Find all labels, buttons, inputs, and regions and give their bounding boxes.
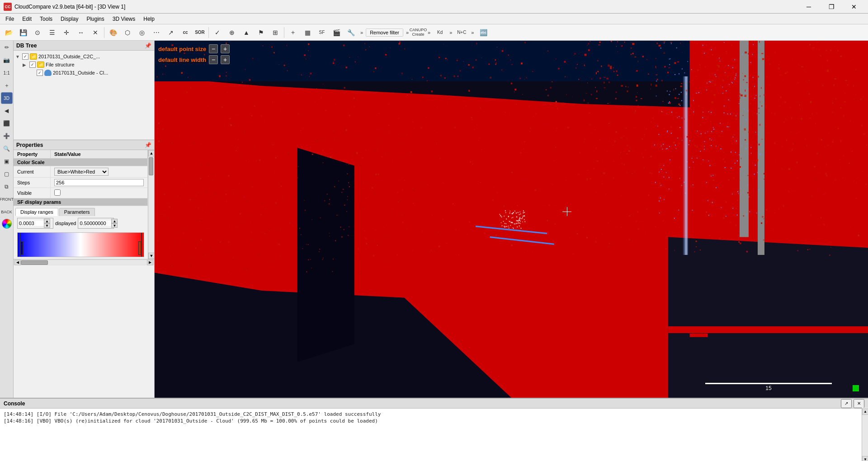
- visible-checkbox[interactable]: [54, 189, 61, 196]
- vscroll-up[interactable]: ▲: [148, 150, 154, 156]
- tb-list[interactable]: ☰: [45, 26, 59, 39]
- tree-item-2[interactable]: 20170131_Outside - Cl...: [14, 69, 154, 77]
- tb-cross[interactable]: ✕: [89, 26, 102, 39]
- tb-save[interactable]: 💾: [16, 26, 30, 39]
- vscroll-down[interactable]: ▼: [148, 253, 154, 259]
- tb-nc[interactable]: N+C: [455, 26, 468, 39]
- tb-arrow[interactable]: ↗: [164, 26, 178, 39]
- si-plus2[interactable]: ➕: [1, 130, 13, 142]
- close-button[interactable]: ✕: [844, 0, 864, 14]
- console-scroll-track[interactable]: [862, 415, 868, 456]
- 3d-viewport[interactable]: default point size − + default line widt…: [155, 41, 868, 398]
- tb-last[interactable]: 🔤: [476, 26, 490, 39]
- tb-dots[interactable]: ⋯: [150, 26, 163, 39]
- si-back[interactable]: ◀: [1, 105, 13, 117]
- gradient-marker-blue[interactable]: [20, 241, 23, 255]
- tb-tri[interactable]: ▲: [240, 26, 253, 39]
- tb-move[interactable]: ✛: [60, 26, 73, 39]
- tb-canupo[interactable]: CANUPOCreate: [411, 26, 425, 39]
- menu-file[interactable]: File: [2, 15, 18, 23]
- menu-3dviews[interactable]: 3D Views: [109, 15, 139, 23]
- remove-filter-button[interactable]: Remove filter: [366, 28, 403, 37]
- line-width-increase[interactable]: +: [221, 55, 230, 64]
- sf-max-up[interactable]: ▲: [111, 219, 118, 223]
- tb-plus[interactable]: ＋: [286, 26, 300, 39]
- sf-tab-display-ranges[interactable]: Display ranges: [15, 208, 58, 216]
- tb-open[interactable]: 📂: [2, 26, 15, 39]
- line-width-decrease[interactable]: −: [209, 55, 218, 64]
- tree-item-1[interactable]: ▶ 📁 File structure: [14, 61, 154, 69]
- tb-flag[interactable]: ⚑: [254, 26, 268, 39]
- si-11[interactable]: 1:1: [1, 67, 13, 79]
- hscroll-left[interactable]: ◀: [14, 260, 21, 265]
- tb-map[interactable]: ⊞: [269, 26, 282, 39]
- si-plus[interactable]: ＋: [1, 80, 13, 91]
- tb-circle[interactable]: ◎: [135, 26, 149, 39]
- tb-axis[interactable]: ⊕: [225, 26, 239, 39]
- si-box[interactable]: ▣: [1, 155, 13, 167]
- properties-pin[interactable]: 📌: [145, 142, 151, 148]
- si-rect[interactable]: ▢: [1, 168, 13, 180]
- prop-steps-value[interactable]: [50, 178, 147, 188]
- sf-max-spin[interactable]: ▲ ▼: [78, 218, 114, 229]
- tb-sf[interactable]: SF: [315, 26, 329, 39]
- maximize-button[interactable]: ❐: [821, 0, 842, 14]
- si-3d[interactable]: 3D: [1, 92, 13, 104]
- console-close[interactable]: ✕: [854, 399, 864, 408]
- si-layers[interactable]: ⧉: [1, 181, 13, 193]
- sf-max-input[interactable]: [80, 221, 111, 226]
- sf-max-down[interactable]: ▼: [111, 223, 118, 228]
- tb-grid[interactable]: ▦: [301, 26, 314, 39]
- hscroll-right[interactable]: ▶: [147, 260, 153, 265]
- console-scroll-down[interactable]: ▼: [862, 456, 868, 461]
- tb-node[interactable]: ⬡: [121, 26, 134, 39]
- si-pencil[interactable]: ✏: [1, 42, 13, 53]
- si-camera[interactable]: 📷: [1, 54, 13, 66]
- prop-current-value[interactable]: Blue>White>Red: [50, 166, 147, 178]
- tree-check-2[interactable]: [37, 70, 43, 76]
- vscroll-thumb[interactable]: [149, 157, 153, 175]
- tb-check[interactable]: ✓: [211, 26, 224, 39]
- si-search[interactable]: 🔍: [1, 143, 13, 155]
- sf-min-down[interactable]: ▼: [44, 223, 50, 228]
- si-color-circle[interactable]: [2, 219, 12, 229]
- prop-visible-value[interactable]: [50, 188, 147, 198]
- menu-plugins[interactable]: Plugins: [83, 15, 108, 23]
- tb-cc-icon[interactable]: cc: [179, 26, 192, 39]
- si-back2[interactable]: BACK: [1, 206, 13, 218]
- console-scroll-up[interactable]: ▲: [862, 409, 868, 415]
- tb-film[interactable]: 🎬: [330, 26, 343, 39]
- gradient-marker-red[interactable]: [138, 241, 141, 255]
- tb-sor[interactable]: SOR: [193, 26, 207, 39]
- tb-pick[interactable]: ↔: [74, 26, 88, 39]
- sf-tab-parameters[interactable]: Parameters: [59, 208, 95, 216]
- tb-wrench[interactable]: 🔧: [344, 26, 358, 39]
- hscroll-thumb[interactable]: [21, 260, 48, 265]
- point-size-decrease[interactable]: −: [209, 44, 218, 53]
- sf-min-spin[interactable]: ▲ ▼: [17, 218, 53, 229]
- tree-item-0[interactable]: ▼ 📁 20170131_Outside_C2C_...: [14, 52, 154, 61]
- menu-display[interactable]: Display: [57, 15, 82, 23]
- steps-input[interactable]: [54, 179, 144, 186]
- point-size-increase[interactable]: +: [221, 44, 230, 53]
- props-hscroll[interactable]: ◀ ▶: [14, 259, 154, 265]
- hscroll-track[interactable]: [21, 260, 147, 265]
- sf-min-input[interactable]: [19, 221, 44, 226]
- tb-sample[interactable]: ⊙: [31, 26, 44, 39]
- menu-edit[interactable]: Edit: [19, 15, 35, 23]
- tb-color[interactable]: 🎨: [106, 26, 120, 39]
- console-float[interactable]: ↗: [841, 399, 852, 408]
- minimize-button[interactable]: ─: [798, 0, 819, 14]
- console-vscroll[interactable]: ▲ ▼: [862, 408, 868, 461]
- menu-tools[interactable]: Tools: [36, 15, 56, 23]
- color-scale-select[interactable]: Blue>White>Red: [54, 168, 108, 176]
- menu-help[interactable]: Help: [140, 15, 158, 23]
- tb-kd[interactable]: Kd: [433, 26, 447, 39]
- sf-gradient-bar[interactable]: [17, 232, 144, 257]
- tree-check-0[interactable]: [22, 53, 28, 60]
- si-square[interactable]: ⬛: [1, 118, 13, 129]
- sf-min-up[interactable]: ▲: [44, 219, 50, 223]
- db-tree-pin[interactable]: 📌: [145, 42, 151, 49]
- vscroll-track[interactable]: [148, 156, 154, 253]
- tree-check-1[interactable]: [29, 61, 36, 68]
